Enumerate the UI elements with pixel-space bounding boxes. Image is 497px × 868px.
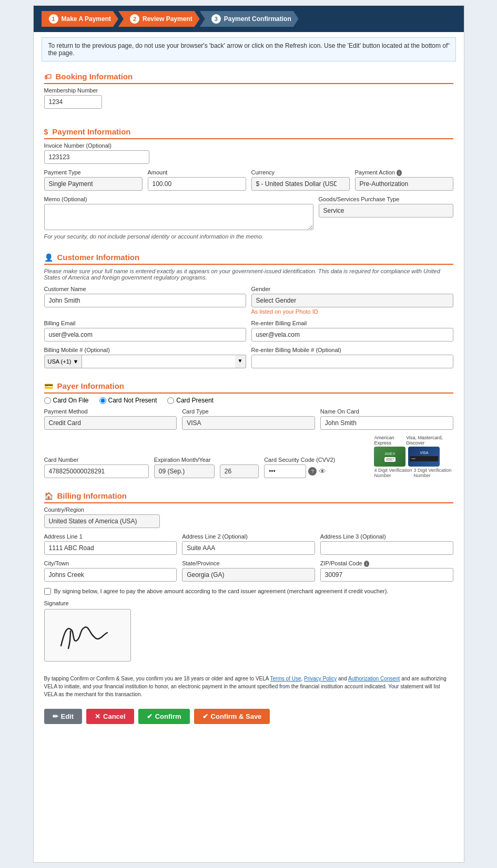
info-bar-text: To return to the previous page, do not u… xyxy=(48,42,448,57)
agree-label[interactable]: By signing below, I agree to pay the abo… xyxy=(44,588,453,595)
city-label: City/Town xyxy=(44,560,177,566)
confirm-button[interactable]: ✔ Confirm xyxy=(138,709,190,724)
memo-textarea[interactable] xyxy=(44,204,313,230)
agree-group: By signing below, I agree to pay the abo… xyxy=(44,588,453,595)
memo-note: For your security, do not include person… xyxy=(44,233,313,240)
goods-select[interactable]: Service xyxy=(319,204,453,218)
step-1-num: 1 xyxy=(49,14,58,24)
cvv-group: Card Security Code (CVV2) ? 👁 xyxy=(264,457,369,478)
stepper: 1 Make A Payment 2 Review Payment 3 Paym… xyxy=(34,6,464,32)
addr2-group: Address Line 2 (Optional) xyxy=(182,533,315,555)
country-select[interactable]: United States of America (USA) xyxy=(44,514,160,528)
customer-name-input[interactable] xyxy=(44,294,246,307)
info-bar: To return to the previous page, do not u… xyxy=(42,37,456,61)
phone-prefix[interactable]: USA (+1) ▼ xyxy=(44,355,83,368)
card-type-select[interactable]: VISA xyxy=(182,416,315,430)
booking-icon: 🏷 xyxy=(44,73,52,81)
amex-label: American Express xyxy=(374,435,406,446)
email-input[interactable] xyxy=(44,328,246,342)
card-icon: 💳 xyxy=(44,382,53,390)
booking-section: 🏷 Booking Information Membership Number xyxy=(34,67,464,122)
radio-card-on-file[interactable]: Card On File xyxy=(44,397,89,404)
currency-label: Currency xyxy=(251,169,350,175)
signature-box[interactable] xyxy=(44,609,131,662)
phone-arrow[interactable]: ▼ xyxy=(235,355,246,368)
agree-checkbox[interactable] xyxy=(44,588,51,595)
method-select[interactable]: Credit Card xyxy=(44,416,177,430)
name-on-card-label: Name On Card xyxy=(320,408,453,415)
city-input[interactable] xyxy=(44,568,177,582)
step-2-label: Review Payment xyxy=(143,15,192,23)
exp-month-select[interactable]: 09 (Sep.) xyxy=(154,464,215,478)
addr2-input[interactable] xyxy=(182,541,315,555)
addr3-input[interactable] xyxy=(320,541,453,555)
mobile-label: Billing Mobile # (Optional) xyxy=(44,347,246,353)
cvv-eye-icon[interactable]: 👁 xyxy=(319,467,326,476)
customer-section: 👤 Customer Information Please make sure … xyxy=(34,247,464,376)
signature-group: Signature xyxy=(44,600,453,662)
step-2[interactable]: 2 Review Payment xyxy=(118,11,200,27)
billing-icon: 🏠 xyxy=(44,492,53,500)
cvv-info-icon[interactable]: ? xyxy=(308,467,317,476)
reenter-email-label: Re-enter Billing Email xyxy=(251,320,453,326)
auth-link[interactable]: Authorization Consent xyxy=(348,676,400,681)
step-3[interactable]: 3 Payment Confirmation xyxy=(200,11,299,27)
terms-link[interactable]: Terms of Use xyxy=(270,676,301,681)
compliance-note: Please make sure your full name is enter… xyxy=(44,268,453,281)
signature-svg xyxy=(50,614,124,656)
mobile-group: Billing Mobile # (Optional) USA (+1) ▼ ▼ xyxy=(44,347,246,368)
digit3-label: 3 Digit Verification Number xyxy=(413,468,453,478)
card-images: American Express Visa, Mastercard, Disco… xyxy=(374,435,453,478)
step-3-label: Payment Confirmation xyxy=(224,15,291,23)
check-icon: ✔ xyxy=(147,712,153,720)
country-group: Country/Region United States of America … xyxy=(44,507,453,528)
payer-row-2: Card Number Expiration Month/Year 09 (Se… xyxy=(44,435,453,478)
state-group: State/Province Georgia (GA) xyxy=(182,560,315,582)
billing-title: 🏠 Billing Information xyxy=(44,491,453,503)
close-icon[interactable]: ⌃ xyxy=(446,42,451,49)
radio-card-present[interactable]: Card Present xyxy=(167,397,214,404)
exp-year-select[interactable]: 26 xyxy=(220,464,259,478)
membership-input[interactable] xyxy=(44,95,102,109)
payment-type-select[interactable]: Single Payment xyxy=(44,177,143,191)
payment-action-label: Payment Action i xyxy=(355,169,453,175)
card-number-input[interactable] xyxy=(44,464,149,478)
invoice-input[interactable] xyxy=(44,150,149,164)
addr1-input[interactable] xyxy=(44,541,177,555)
remobile-input[interactable] xyxy=(251,355,453,368)
customer-row-1: Customer Name Gender Select Gender Male … xyxy=(44,286,453,315)
visa-card-img: VISA ••• xyxy=(408,447,440,467)
signature-label: Signature xyxy=(44,600,453,606)
membership-label: Membership Number xyxy=(44,87,453,94)
card-number-group: Card Number xyxy=(44,457,149,478)
reenter-email-input[interactable] xyxy=(251,328,453,342)
currency-select[interactable]: $ - United States Dollar (USD) xyxy=(251,177,350,191)
step-1[interactable]: 1 Make A Payment xyxy=(42,11,118,27)
payer-title: 💳 Payer Information xyxy=(44,381,453,394)
customer-name-label: Customer Name xyxy=(44,286,246,292)
gender-group: Gender Select Gender Male Female As list… xyxy=(251,286,453,315)
memo-group: Memo (Optional) For your security, do no… xyxy=(44,196,313,240)
amex-card-img: AMEX 4567 xyxy=(374,447,405,467)
confirm-save-button[interactable]: ✔ Confirm & Save xyxy=(194,709,270,724)
card-imgs-row: AMEX 4567 VISA ••• xyxy=(374,447,453,467)
radio-card-not-present[interactable]: Card Not Present xyxy=(99,397,157,404)
name-on-card-input[interactable] xyxy=(320,416,453,430)
zip-label: ZIP/Postal Code i xyxy=(320,560,453,566)
remobile-group: Re-enter Billing Mobile # (Optional) xyxy=(251,347,453,368)
privacy-link[interactable]: Privacy Policy xyxy=(304,676,337,681)
mobile-input[interactable] xyxy=(82,355,235,368)
edit-button[interactable]: ✏ Edit xyxy=(44,709,83,724)
cvv-input[interactable] xyxy=(264,464,306,478)
city-group: City/Town xyxy=(44,560,177,582)
goods-label: Goods/Services Purchase Type xyxy=(319,196,453,202)
invoice-group: Invoice Number (Optional) xyxy=(44,142,453,164)
cancel-icon: ✕ xyxy=(95,712,100,720)
gender-select[interactable]: Select Gender Male Female xyxy=(251,294,453,307)
digit4-label: 4 Digit Verification Number xyxy=(374,468,413,478)
amount-input[interactable] xyxy=(148,177,246,191)
payment-action-select[interactable]: Pre-Authorization xyxy=(355,177,453,191)
zip-input[interactable] xyxy=(320,568,453,582)
state-select[interactable]: Georgia (GA) xyxy=(182,568,315,582)
cancel-button[interactable]: ✕ Cancel xyxy=(86,709,134,724)
